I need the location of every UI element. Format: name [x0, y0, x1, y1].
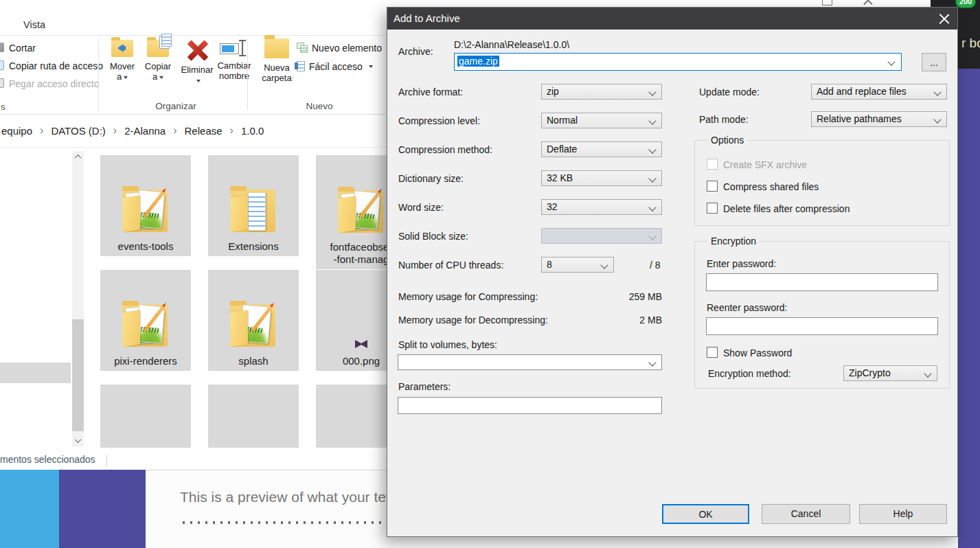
archive-format-combobox[interactable]: zip — [541, 84, 662, 100]
folder-icon — [117, 187, 174, 235]
compression-level-combobox[interactable]: Normal — [541, 113, 662, 128]
add-to-archive-dialog: Add to Archive Archive: D:\2-Alanna\Rele… — [387, 7, 958, 537]
file-tile-events-tools[interactable]: events-tools — [100, 155, 191, 256]
file-tile-extensions[interactable]: Extensions — [208, 155, 299, 256]
show-password-checkbox[interactable] — [707, 347, 718, 358]
reenter-password-input[interactable] — [706, 317, 938, 335]
file-tile-splash[interactable]: splash — [208, 270, 299, 371]
show-password-label: Show Password — [723, 347, 792, 358]
file-tile-empty[interactable] — [100, 385, 191, 448]
rename-icon — [220, 40, 249, 56]
field-label: Compression level: — [398, 115, 480, 126]
archive-path: D:\2-Alanna\Release\1.0.0\ — [454, 39, 569, 50]
dictionary-size-combobox[interactable]: 32 KB — [541, 170, 662, 186]
scrollbar[interactable] — [72, 151, 84, 446]
maximize-icon[interactable] — [822, 0, 832, 5]
breadcrumb-item[interactable]: 2-Alanna — [124, 125, 166, 137]
ribbon-button-eliminar[interactable]: Eliminar — [177, 38, 217, 85]
enter-password-input[interactable] — [706, 273, 938, 291]
create-sfx-checkbox — [707, 159, 718, 170]
cancel-button[interactable]: Cancel — [762, 504, 850, 524]
ribbon-button-mover-a[interactable]: Mover a — [104, 38, 140, 82]
cpu-threads-max: / 8 — [650, 260, 661, 271]
chevron-down-icon — [159, 76, 163, 81]
scroll-down-button[interactable] — [72, 435, 84, 446]
parameters-input[interactable] — [398, 397, 662, 414]
divider — [247, 38, 248, 110]
screen: Vista Cortar Copiar ruta de acceso Pegar… — [0, 0, 980, 548]
ribbon-button-copiar-a[interactable]: Copiar a — [140, 38, 176, 82]
close-icon[interactable] — [863, 0, 874, 5]
field-label: Solid Block size: — [398, 231, 468, 242]
memory-decompressing-row: Memory usage for Decompressing: 2 MB — [398, 315, 662, 326]
path-mode-combobox[interactable]: Relative pathnames — [811, 111, 947, 127]
field-label: Dictionary size: — [398, 173, 464, 184]
breadcrumb-item[interactable]: Release — [185, 125, 223, 137]
scroll-up-button[interactable] — [72, 151, 84, 163]
ribbon-item-facil-acceso[interactable]: Fácil acceso — [297, 60, 373, 72]
ok-button[interactable]: OK — [662, 504, 749, 524]
group-label-organize: Organizar — [103, 101, 249, 111]
word-size-combobox[interactable]: 32 — [541, 199, 662, 215]
file-tile-empty[interactable] — [208, 385, 299, 448]
chevron-right-icon: › — [113, 124, 117, 137]
split-to-volumes-label: Split to volumes, bytes: — [398, 339, 497, 350]
ribbon-button-nueva-carpeta[interactable]: Nueva carpeta — [257, 37, 297, 83]
path-mode-label: Path mode: — [699, 114, 749, 125]
reenter-password-label: Reenter password: — [707, 302, 788, 313]
update-mode-combobox[interactable]: Add and replace files — [811, 84, 947, 100]
encryption-method-label: Encryption method: — [708, 368, 791, 379]
tab-vista[interactable]: Vista — [23, 19, 45, 30]
cpu-threads-combobox[interactable]: 8 — [541, 257, 614, 273]
dialog-title-bar[interactable]: Add to Archive — [387, 8, 957, 30]
nav-pane-selected-item[interactable] — [0, 363, 71, 383]
solid-block-size-combobox — [541, 228, 662, 244]
archive-name-combobox[interactable]: game.zip — [454, 53, 902, 71]
preview-text: This is a preview of what your text — [180, 489, 397, 505]
preview-sidebar-blue — [0, 470, 59, 548]
encryption-method-combobox[interactable]: ZipCrypto — [843, 365, 937, 381]
delete-after-checkbox[interactable] — [707, 203, 718, 214]
cut-icon — [0, 43, 4, 52]
chevron-right-icon: › — [230, 124, 233, 137]
partial-text: r bo — [961, 36, 980, 51]
image-icon — [355, 340, 367, 348]
dotted-line — [180, 521, 384, 525]
folder-icon — [225, 301, 282, 350]
browse-button[interactable]: ... — [922, 53, 946, 71]
field-label: Word size: — [398, 202, 444, 213]
breadcrumb: equipo › DATOS (D:) › 2-Alanna › Release… — [1, 124, 264, 137]
file-tile-pixi-renderers[interactable]: pixi-renderers — [100, 270, 191, 371]
chevron-down-icon — [196, 80, 201, 84]
breadcrumb-item[interactable]: equipo — [1, 125, 32, 137]
field-label: Number of CPU threads: — [398, 260, 503, 271]
easy-access-icon — [297, 61, 305, 71]
divider — [0, 147, 387, 148]
group-label-new: Nuevo — [261, 101, 378, 111]
chevron-right-icon: › — [173, 124, 176, 137]
paste-shortcut-icon — [0, 78, 4, 88]
chevron-down-icon — [124, 76, 128, 81]
breadcrumb-item[interactable]: DATOS (D:) — [51, 125, 105, 137]
divider — [98, 38, 99, 110]
delete-icon — [186, 40, 208, 60]
parameters-label: Parameters: — [398, 381, 451, 392]
new-item-icon — [297, 43, 308, 53]
chevron-right-icon: › — [40, 124, 43, 137]
divider — [106, 455, 107, 466]
help-button[interactable]: Help — [859, 504, 947, 524]
chevron-up-icon — [75, 155, 82, 161]
folder-icon — [225, 187, 282, 235]
close-icon[interactable] — [938, 12, 950, 25]
copy-path-icon — [0, 60, 4, 70]
breadcrumb-item[interactable]: 1.0.0 — [241, 125, 264, 137]
compression-method-combobox[interactable]: Deflate — [541, 141, 662, 157]
status-bar-text: mentos seleccionados — [0, 454, 95, 465]
memory-decompressing-value: 2 MB — [639, 315, 662, 326]
folder-icon — [117, 301, 174, 350]
new-folder-icon — [264, 38, 289, 58]
split-to-volumes-combobox[interactable] — [398, 354, 662, 370]
scrollbar-thumb[interactable] — [72, 319, 84, 431]
ribbon-item-nuevo-elemento[interactable]: Nuevo elemento — [297, 42, 392, 54]
compress-shared-checkbox[interactable] — [707, 181, 718, 192]
